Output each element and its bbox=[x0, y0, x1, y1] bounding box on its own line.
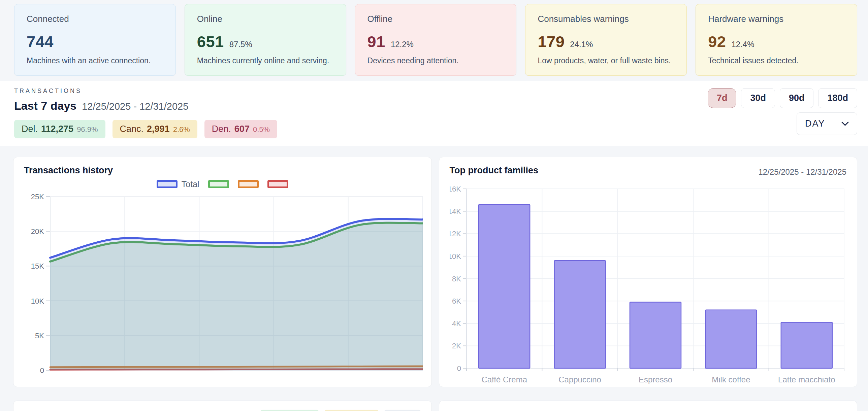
removed-total-badge: Removed 0 bbox=[324, 410, 379, 411]
top-product-families-chart: 02K4K6K8K10K12K14K16KCaffè CremaCappucci… bbox=[450, 185, 847, 387]
period-date-range: 12/25/2025 - 12/31/2025 bbox=[82, 101, 188, 112]
period-totals: Period totals: Connected 0 Removed 0 Tot… bbox=[206, 410, 421, 411]
stat-value: 179 bbox=[537, 32, 564, 51]
delivered-badge: Del. 112,275 96.9% bbox=[14, 120, 105, 138]
range-button-90d[interactable]: 90d bbox=[780, 88, 814, 108]
svg-text:Milk coffee: Milk coffee bbox=[712, 375, 750, 384]
connected-card[interactable]: Connected 744 Machines with an active co… bbox=[14, 4, 176, 76]
svg-text:5K: 5K bbox=[35, 332, 44, 340]
badge-value: 2,991 bbox=[147, 124, 170, 134]
cancelled-badge: Canc. 2,991 2.6% bbox=[113, 120, 197, 138]
transactions-section: TRANSACTIONS Last 7 days 12/25/2025 - 12… bbox=[0, 81, 868, 146]
stat-percent: 24.1% bbox=[570, 40, 593, 49]
legend-swatch-blue bbox=[157, 180, 178, 188]
stat-title: Offline bbox=[368, 14, 504, 24]
stat-description: Devices needing attention. bbox=[368, 56, 504, 65]
svg-text:4K: 4K bbox=[452, 319, 461, 328]
interval-select[interactable]: DAY bbox=[797, 112, 857, 135]
stat-percent: 12.4% bbox=[731, 40, 754, 49]
stat-value: 92 bbox=[708, 32, 726, 51]
stat-title: Connected bbox=[27, 14, 163, 24]
range-button-30d[interactable]: 30d bbox=[741, 88, 775, 108]
badge-percent: 0.5% bbox=[253, 125, 270, 134]
legend-item-orange[interactable] bbox=[238, 180, 259, 188]
transactions-history-panel: Transactions history Total 05K10K15K20K2… bbox=[13, 157, 432, 387]
svg-text:Cappuccino: Cappuccino bbox=[558, 375, 601, 384]
badge-value: 112,275 bbox=[41, 124, 73, 134]
chevron-down-icon bbox=[841, 122, 849, 126]
svg-text:16K: 16K bbox=[450, 185, 461, 193]
transactions-controls: 7d 30d 90d 180d DAY bbox=[708, 88, 857, 138]
period-title: Last 7 days bbox=[14, 99, 76, 112]
panel-title: Worst product families bbox=[450, 410, 548, 411]
range-button-group: 7d 30d 90d 180d bbox=[708, 88, 857, 108]
svg-text:Espresso: Espresso bbox=[638, 375, 672, 384]
badge-label: Canc. bbox=[120, 124, 144, 134]
badge-label: Del. bbox=[22, 124, 38, 134]
range-button-7d[interactable]: 7d bbox=[708, 88, 737, 108]
online-card[interactable]: Online 651 87.5% Machines currently onli… bbox=[185, 4, 346, 76]
stat-description: Machines currently online and serving. bbox=[197, 56, 334, 65]
svg-text:8K: 8K bbox=[452, 275, 461, 283]
panel-title: Top product families bbox=[450, 165, 538, 176]
total-badge: Total 0 bbox=[384, 410, 421, 411]
offline-card[interactable]: Offline 91 12.2% Devices needing attenti… bbox=[355, 4, 517, 76]
legend-item-total[interactable]: Total bbox=[157, 179, 199, 189]
stat-percent: 12.2% bbox=[391, 40, 414, 49]
badge-percent: 96.9% bbox=[77, 125, 98, 134]
svg-text:10K: 10K bbox=[450, 252, 461, 261]
svg-text:Latte macchiato: Latte macchiato bbox=[778, 375, 835, 384]
panel-title: Transactions history bbox=[24, 165, 113, 176]
chart-legend: Total bbox=[24, 177, 421, 191]
legend-swatch-orange bbox=[238, 180, 259, 188]
consumables-warnings-card[interactable]: Consumables warnings 179 24.1% Low produ… bbox=[525, 4, 687, 76]
stat-title: Online bbox=[197, 14, 334, 24]
legend-swatch-red bbox=[268, 180, 288, 188]
stat-title: Hardware warnings bbox=[708, 14, 845, 24]
badge-value: 607 bbox=[235, 124, 250, 134]
svg-text:6K: 6K bbox=[452, 297, 461, 305]
badge-label: Den. bbox=[212, 124, 231, 134]
legend-label: Total bbox=[182, 179, 199, 189]
charts-row: Transactions history Total 05K10K15K20K2… bbox=[13, 157, 857, 387]
stats-row: Connected 744 Machines with an active co… bbox=[0, 0, 868, 76]
stat-title: Consumables warnings bbox=[537, 14, 674, 24]
section-eyebrow: TRANSACTIONS bbox=[14, 88, 277, 95]
stat-description: Machines with an active connection. bbox=[27, 56, 163, 65]
stat-value: 744 bbox=[27, 32, 54, 51]
svg-text:Caffè Crema: Caffè Crema bbox=[481, 375, 527, 384]
machine-fleet-history-panel: Machine fleet history Period totals: Con… bbox=[13, 401, 432, 411]
svg-text:15K: 15K bbox=[31, 262, 44, 270]
legend-item-green[interactable] bbox=[208, 180, 229, 188]
svg-text:20K: 20K bbox=[31, 227, 44, 236]
stat-description: Low products, water, or full waste bins. bbox=[537, 56, 674, 65]
svg-text:0: 0 bbox=[40, 366, 44, 375]
svg-text:12K: 12K bbox=[450, 230, 461, 238]
svg-text:10K: 10K bbox=[31, 297, 44, 305]
legend-swatch-green bbox=[208, 180, 229, 188]
range-button-180d[interactable]: 180d bbox=[818, 88, 857, 108]
transactions-badges: Del. 112,275 96.9% Canc. 2,991 2.6% Den.… bbox=[14, 120, 277, 138]
denied-badge: Den. 607 0.5% bbox=[205, 120, 277, 138]
stat-value: 91 bbox=[368, 32, 385, 51]
bottom-row: Machine fleet history Period totals: Con… bbox=[13, 401, 857, 411]
top-product-families-panel: Top product families 12/25/2025 - 12/31/… bbox=[439, 157, 858, 387]
svg-text:25K: 25K bbox=[31, 193, 44, 201]
panel-date-range: 12/25/2025 - 12/31/2025 bbox=[758, 167, 846, 177]
badge-percent: 2.6% bbox=[173, 125, 190, 134]
transactions-summary: TRANSACTIONS Last 7 days 12/25/2025 - 12… bbox=[14, 88, 277, 138]
connected-total-badge: Connected 0 bbox=[260, 410, 319, 411]
svg-text:0: 0 bbox=[457, 364, 461, 373]
transactions-history-chart: 05K10K15K20K25K bbox=[24, 192, 421, 379]
stat-value: 651 bbox=[197, 32, 224, 51]
stat-percent: 87.5% bbox=[229, 40, 252, 49]
svg-text:2K: 2K bbox=[452, 342, 461, 350]
svg-text:14K: 14K bbox=[450, 207, 461, 216]
worst-product-families-panel: Worst product families 12/25/2025 - 12/3… bbox=[439, 401, 858, 411]
hardware-warnings-card[interactable]: Hardware warnings 92 12.4% Technical iss… bbox=[695, 4, 857, 76]
interval-select-value: DAY bbox=[805, 118, 825, 129]
legend-item-red[interactable] bbox=[268, 180, 288, 188]
stat-description: Technical issues detected. bbox=[708, 56, 845, 65]
